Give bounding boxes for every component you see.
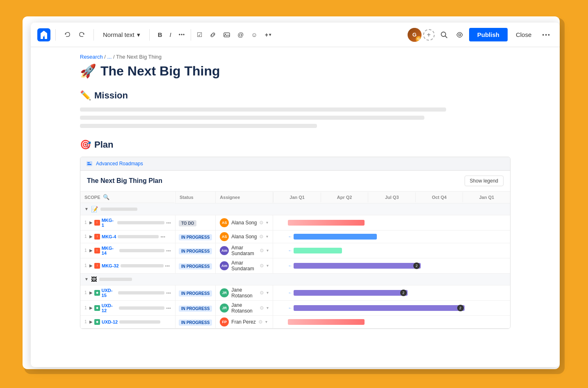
assignee-chevron[interactable]: ▾ [266, 234, 268, 239]
assignee-chevron[interactable]: ▾ [267, 290, 269, 295]
search-button[interactable] [438, 29, 450, 41]
row-more-button[interactable]: ••• [165, 263, 170, 268]
issue-type-icon: ! [94, 248, 100, 253]
assignee-name: Fran Perez [231, 319, 255, 325]
assignee-chevron[interactable]: ▾ [265, 320, 267, 324]
bar-count: 2 [457, 305, 464, 311]
assignee-avatar: AS [220, 218, 229, 227]
assignee-name: Amar Sundaram [231, 245, 257, 256]
scope-search-icon[interactable]: 🔍 [103, 194, 109, 200]
close-button[interactable]: Close [511, 28, 536, 41]
assignee-chevron[interactable]: ▾ [266, 220, 268, 225]
show-legend-button[interactable]: Show legend [465, 176, 504, 186]
undo-button[interactable] [61, 29, 74, 41]
breadcrumb-current: The Next Big Thing [116, 54, 162, 60]
more-format-button[interactable]: ••• [175, 30, 189, 40]
checkbox-button[interactable]: ☑ [194, 29, 205, 41]
assignee-avatar: JR [220, 304, 229, 313]
row-more-button[interactable]: ••• [160, 234, 165, 239]
assignee-settings-icon[interactable]: ⚙ [260, 248, 264, 253]
image-button[interactable] [220, 29, 233, 41]
table-row: ▼ 📝 [80, 203, 510, 215]
avatar: G G [408, 28, 422, 42]
breadcrumb-sep-2: / [113, 54, 116, 60]
svg-rect-8 [87, 164, 91, 165]
italic-button[interactable]: I [166, 29, 175, 41]
assignee-avatar: FP [220, 317, 229, 326]
watch-button[interactable] [454, 29, 466, 41]
group-icon-2: 🖼 [91, 276, 97, 283]
issue-key[interactable]: MKG-32 [102, 263, 119, 268]
issue-key[interactable]: UXD-12 [102, 303, 117, 313]
issue-type-icon: ◆ [94, 305, 100, 311]
row-more-button[interactable]: ••• [166, 290, 171, 295]
bar-count: 2 [400, 290, 407, 296]
expand-arrow[interactable]: ▶ [89, 234, 93, 239]
divider-1 [55, 29, 56, 41]
status-badge: IN PROGRESS [179, 290, 212, 297]
roadmap-widget: Advanced Roadmaps The Next Big Thing Pla… [80, 157, 511, 329]
row-more-button[interactable]: ••• [166, 248, 171, 253]
assignee-avatar: Am [220, 246, 229, 255]
avatar-badge: G [416, 36, 422, 42]
chevron-down-icon: ▾ [137, 31, 140, 39]
expand-icon[interactable]: ▼ [84, 207, 89, 211]
link-button[interactable] [206, 29, 219, 41]
bold-button[interactable]: B [155, 29, 166, 41]
advanced-roadmaps-icon [86, 160, 93, 167]
app-logo[interactable]: ✕ [37, 28, 50, 41]
status-header: Status [175, 192, 215, 203]
publish-button[interactable]: Publish [469, 28, 508, 41]
roadmap-header-bar: Advanced Roadmaps [80, 157, 510, 171]
roadmap-title: The Next Big Thing Plan [87, 177, 162, 185]
assignee-chevron[interactable]: ▾ [267, 306, 269, 310]
issue-key[interactable]: MKG-4 [102, 234, 116, 239]
assignee-chevron[interactable]: ▾ [267, 248, 269, 253]
assignee-settings-icon[interactable]: ⚙ [259, 234, 264, 240]
breadcrumb: Research / ... / The Next Big Thing [31, 47, 560, 63]
more-options-button[interactable]: ••• [540, 29, 553, 41]
assignee-chevron[interactable]: ▾ [267, 263, 269, 268]
add-collaborator-button[interactable]: + [423, 29, 435, 41]
svg-point-5 [458, 34, 460, 36]
issue-key[interactable]: UXD-15 [102, 288, 117, 298]
emoji-button[interactable]: ☺ [248, 29, 261, 41]
title-emoji: 🚀 [80, 63, 96, 79]
status-badge: IN PROGRESS [179, 248, 212, 254]
scope-header: SCOPE 🔍 [80, 192, 175, 203]
assignee-settings-icon[interactable]: ⚙ [258, 319, 263, 325]
avatar-initials: G [413, 32, 417, 38]
undo-redo-group [61, 29, 89, 41]
insert-button[interactable]: + ▾ [262, 29, 274, 41]
row-more-button[interactable]: ••• [166, 220, 171, 225]
table-row: 1 ▶ ! MKG-14 ••• IN PROGRESS [80, 243, 510, 258]
mission-content [80, 107, 511, 128]
breadcrumb-research[interactable]: Research [80, 54, 103, 60]
quarter-jan-q1-2: Jan Q1 [463, 192, 510, 202]
assignee-name: Amar Sundaram [231, 260, 257, 272]
svg-rect-6 [87, 161, 92, 166]
issue-key[interactable]: MKG-14 [102, 246, 118, 256]
issue-type-icon: ! [94, 263, 100, 269]
group-icon-1: 📝 [91, 206, 98, 212]
breadcrumb-ellipsis[interactable]: ... [107, 54, 112, 60]
issue-summary [121, 264, 164, 267]
assignee-settings-icon[interactable]: ⚙ [260, 263, 264, 269]
issue-key[interactable]: UXD-12 [102, 320, 118, 324]
issue-key[interactable]: MKG-1 [102, 218, 116, 228]
issue-summary [119, 320, 160, 324]
assignee-settings-icon[interactable]: ⚙ [260, 305, 264, 311]
assignee-settings-icon[interactable]: ⚙ [260, 290, 264, 296]
status-badge: IN PROGRESS [179, 320, 212, 326]
quarter-jul-q3: Jul Q3 [368, 192, 415, 202]
issue-summary [119, 249, 164, 252]
row-more-button[interactable]: ••• [166, 306, 171, 310]
roadmap-header-label: Advanced Roadmaps [96, 161, 143, 167]
redo-button[interactable] [75, 29, 89, 41]
assignee-settings-icon[interactable]: ⚙ [259, 220, 264, 226]
text-style-dropdown[interactable]: Normal text ▾ [99, 29, 144, 41]
mention-button[interactable]: @ [234, 29, 247, 41]
expand-arrow[interactable]: ▶ [89, 220, 93, 225]
quarter-jan-q1-1: Jan Q1 [273, 192, 321, 202]
expand-icon[interactable]: ▼ [84, 277, 89, 281]
